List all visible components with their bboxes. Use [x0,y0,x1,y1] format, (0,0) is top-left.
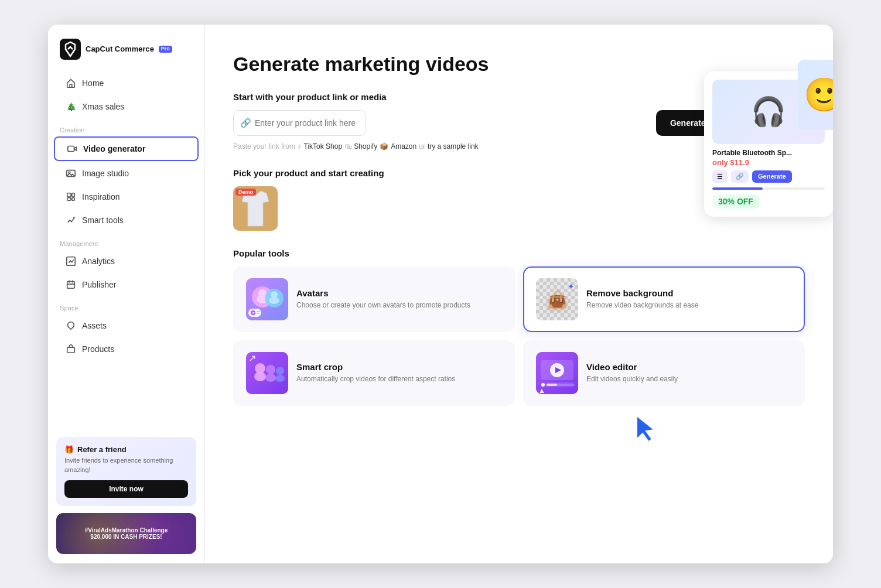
amazon-link[interactable]: Amazon [391,142,416,151]
sidebar: CapCut Commerce Pro Home 🎄 Xmas sales Cr… [48,25,205,563]
shopify-link[interactable]: Shopify [354,142,377,151]
popular-tools-label: Popular tools [233,248,805,258]
products-label: Products [82,344,114,354]
svg-rect-22 [257,311,260,312]
sample-link[interactable]: try a sample link [428,142,479,151]
smart-tools-label: Smart tools [82,216,124,225]
video-editor-thumb-svg: ▲ [536,352,578,394]
sidebar-item-smart-tools[interactable]: Smart tools [54,209,199,231]
tool-card-avatars[interactable]: Avatars Choose or create your own avatar… [233,266,515,332]
image-studio-label: Image studio [82,169,129,178]
tool-card-smart-crop[interactable]: ↗ Smart crop Automatically crop videos f… [233,340,515,406]
demo-badge: Demo [235,189,256,196]
generate-button[interactable]: Generate [656,110,720,136]
svg-point-18 [269,297,279,304]
tiktok-link[interactable]: TikTok Shop [304,142,343,151]
analytics-label: Analytics [82,257,115,266]
promo-banner[interactable]: #ViralAdsMarathon Challenge$20,000 IN CA… [56,513,196,554]
video-editor-thumbnail: ▲ [536,352,578,394]
space-section-label: Space [48,296,204,314]
svg-rect-1 [68,146,74,152]
capcut-logo-icon [60,39,81,60]
svg-rect-11 [67,347,75,353]
remove-bg-desc: Remove video backgrounds at ease [586,300,698,310]
invite-button[interactable]: Invite now [64,480,188,498]
sidebar-item-home[interactable]: Home [54,72,199,94]
avatars-desc: Choose or create your own avatars to pro… [296,300,470,310]
pick-section-label: Pick your product and start creating [233,168,805,178]
promo-banner-text: #ViralAdsMarathon Challenge$20,000 IN CA… [80,522,173,545]
sparkle-badge: ✦ [806,84,820,98]
avatars-thumb-svg [246,278,288,320]
xmas-label: Xmas sales [82,102,124,111]
sidebar-item-inspiration[interactable]: Inspiration [54,186,199,208]
svg-point-27 [266,365,275,374]
person-emoji: 🙂 [804,76,833,114]
analytics-icon [66,256,76,266]
paste-hint: Paste your link from ♪ TikTok Shop 🛍 Sho… [233,142,805,151]
svg-rect-6 [72,193,75,197]
video-generator-icon [67,143,77,154]
avatars-title: Avatars [296,288,470,298]
refer-card: 🎁 Refer a friend Invite friends to exper… [56,437,196,506]
svg-rect-4 [67,193,71,197]
remove-bg-title: Remove background [586,288,698,298]
product-link-section-label: Start with your product link or media [233,92,805,102]
svg-point-28 [265,374,276,382]
bag-icon: 👜 [547,290,568,309]
tool-card-video-editor[interactable]: ▲ Video editor Edit videos quickly and e… [523,340,805,406]
sidebar-item-products[interactable]: Products [54,338,199,360]
remove-bg-thumbnail: 👜 ✦ [536,278,578,320]
progress-fill [712,187,763,190]
smart-crop-desc: Automatically crop videos for different … [296,374,455,384]
svg-point-8 [73,217,75,218]
sidebar-item-publisher[interactable]: Publisher [54,274,199,296]
refer-card-desc: Invite friends to experience something a… [64,456,188,474]
tool-card-remove-bg[interactable]: 👜 ✦ Remove background Remove video backg… [523,266,805,332]
add-media-button[interactable]: Add media [741,110,805,136]
product-thumbnail[interactable]: Demo [233,186,278,231]
home-label: Home [82,78,104,88]
svg-text:▲: ▲ [538,387,545,394]
inspiration-icon [66,192,76,202]
sparkle-icon: ✦ [568,282,575,291]
sidebar-item-video-generator[interactable]: Video generator [54,136,199,161]
products-icon [66,344,76,354]
image-studio-icon [66,168,76,179]
home-icon [66,78,76,88]
assets-label: Assets [82,321,107,330]
video-editor-title: Video editor [586,362,678,372]
sidebar-item-analytics[interactable]: Analytics [54,250,199,272]
video-generator-label: Video generator [83,144,145,153]
smart-crop-thumb-svg: ↗ [246,352,288,394]
sidebar-item-image-studio[interactable]: Image studio [54,162,199,184]
svg-rect-10 [67,282,75,289]
cursor-svg [632,413,660,444]
inspiration-label: Inspiration [82,192,120,201]
sidebar-item-xmas[interactable]: 🎄 Xmas sales [54,95,199,118]
sidebar-item-assets[interactable]: Assets [54,314,199,337]
link-icon: 🔗 [240,118,251,128]
smart-crop-title: Smart crop [296,362,455,372]
smart-crop-thumbnail: ↗ [246,352,288,394]
tiktok-icon: ♪ [298,142,302,151]
product-link-input[interactable] [233,110,366,136]
discount-badge: 30% OFF [712,194,759,208]
svg-rect-23 [257,313,259,314]
video-editor-desc: Edit videos quickly and easily [586,374,678,384]
smart-tools-icon [66,215,76,225]
sidebar-bottom: 🎁 Refer a friend Invite friends to exper… [48,428,204,554]
svg-rect-39 [547,384,557,386]
progress-bar [712,187,825,190]
main-content: Generate marketing videos Start with you… [205,25,833,563]
sparkle-badge-icon: ✦ [810,87,817,96]
preview-card-price: only $11.9 [712,158,825,167]
svg-point-26 [254,372,266,381]
smart-crop-info: Smart crop Automatically crop videos for… [296,362,455,384]
app-logo: CapCut Commerce Pro [48,25,204,71]
svg-rect-5 [67,198,71,201]
svg-rect-7 [72,198,75,201]
avatars-info: Avatars Choose or create your own avatar… [296,288,470,310]
management-section-label: Management [48,232,204,249]
refer-card-title: 🎁 Refer a friend [64,445,188,454]
